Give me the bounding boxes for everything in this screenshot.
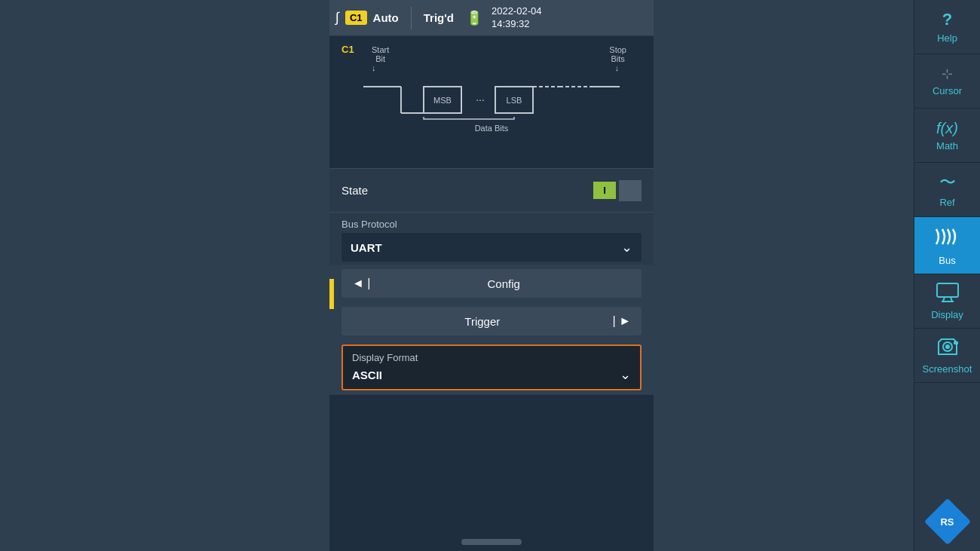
main-panel: ∫ C1 Auto Trig'd 🔋 2022-02-04 14:39:32 C… (329, 0, 654, 551)
screenshot-icon (936, 336, 960, 360)
display-icon (936, 282, 960, 306)
sidebar-ref-label: Ref (939, 197, 954, 208)
start-bit-label: StartBit (372, 45, 389, 63)
svg-rect-19 (954, 341, 958, 344)
sidebar-help-label: Help (937, 32, 957, 44)
sidebar-item-screenshot[interactable]: Screenshot (914, 329, 980, 383)
waveform-c1-label: C1 (341, 44, 354, 55)
signal-icon: ∫ (335, 10, 339, 26)
help-icon: ? (942, 10, 952, 29)
bus-protocol-label: Bus Protocol (341, 219, 642, 230)
bus-protocol-chevron: ⌄ (621, 239, 632, 256)
state-on-indicator: I (593, 182, 616, 199)
state-off-indicator (619, 180, 642, 201)
bus-icon (933, 225, 962, 252)
trigrd-label: Trig'd (424, 11, 454, 24)
header-bar: ∫ C1 Auto Trig'd 🔋 2022-02-04 14:39:32 (329, 0, 654, 36)
sidebar-item-math[interactable]: f(x) Math (914, 109, 980, 163)
state-toggle[interactable]: I (593, 180, 642, 201)
config-label: Config (376, 277, 631, 290)
data-bits-label: Data Bits (341, 124, 642, 133)
datetime: 2022-02-04 14:39:32 (492, 5, 542, 31)
sidebar-screenshot-label: Screenshot (923, 363, 972, 375)
sidebar-cursor-label: Cursor (933, 85, 962, 96)
waveform-svg: MSB ··· LSB (341, 75, 642, 121)
trigger-label: Trigger (352, 315, 613, 328)
config-button[interactable]: ◄ | Config (341, 269, 642, 298)
sidebar-bus-label: Bus (939, 255, 955, 266)
rs-diamond: RS (927, 501, 968, 542)
rs-badge-container: RS (914, 494, 980, 551)
math-icon: f(x) (936, 120, 958, 137)
state-label: State (341, 184, 584, 197)
display-format-section[interactable]: Display Format ASCII ⌄ (341, 344, 642, 390)
waveform-area: C1 StartBit StopBits ↓ ↓ (329, 36, 654, 168)
bus-protocol-dropdown[interactable]: UART ⌄ (341, 233, 642, 262)
scroll-indicator (461, 539, 522, 545)
sidebar-item-cursor[interactable]: ⊹ Cursor (914, 54, 980, 109)
display-format-value: ASCII (352, 369, 620, 381)
sidebar-item-ref[interactable]: 〜 Ref (914, 163, 980, 217)
stop-bits-label: StopBits (609, 45, 626, 63)
battery-icon: 🔋 (466, 10, 482, 26)
svg-rect-13 (937, 283, 958, 297)
trigger-arrow-icon: | ► (613, 314, 631, 328)
config-arrow-icon: ◄ | (352, 277, 370, 290)
rs-text: RS (940, 516, 954, 528)
bottom-area (329, 395, 654, 551)
trigger-button[interactable]: Trigger | ► (341, 307, 642, 335)
header-divider (411, 7, 412, 29)
ref-icon: 〜 (939, 171, 956, 194)
state-row: State I (329, 168, 654, 212)
right-sidebar: ? Help ⊹ Cursor f(x) Math 〜 Ref Bus (914, 0, 980, 551)
display-format-dropdown[interactable]: ASCII ⌄ (352, 366, 631, 383)
svg-point-18 (945, 344, 950, 349)
bus-protocol-section: Bus Protocol UART ⌄ (329, 212, 654, 265)
sidebar-item-bus[interactable]: Bus (914, 217, 980, 274)
svg-text:LSB: LSB (507, 96, 522, 105)
display-format-label: Display Format (352, 352, 631, 363)
svg-text:MSB: MSB (433, 96, 452, 105)
display-format-chevron: ⌄ (620, 366, 631, 383)
cursor-icon: ⊹ (942, 66, 953, 82)
bus-protocol-value: UART (351, 241, 621, 254)
auto-label: Auto (373, 11, 399, 24)
sidebar-display-label: Display (931, 309, 963, 320)
sidebar-item-display[interactable]: Display (914, 274, 980, 329)
svg-text:···: ··· (476, 93, 485, 106)
sidebar-math-label: Math (936, 140, 958, 152)
c1-badge: C1 (345, 11, 367, 25)
sidebar-item-help[interactable]: ? Help (914, 0, 980, 54)
